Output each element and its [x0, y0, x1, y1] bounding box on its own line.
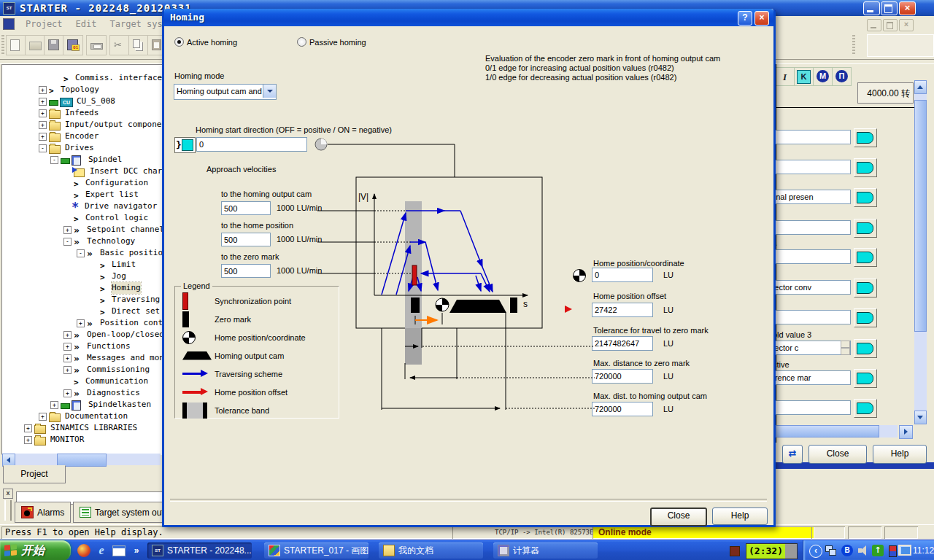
collapse-icon[interactable]: -: [77, 249, 85, 257]
field-input-home-position-coordinate[interactable]: [592, 268, 653, 282]
spin-up-icon[interactable]: [841, 341, 850, 348]
tree-item-traversing[interactable]: Traversing: [2, 294, 163, 306]
dialog-help-button[interactable]: Help: [712, 508, 768, 525]
tray-app-icon[interactable]: [730, 546, 740, 556]
scroll-down-icon[interactable]: [914, 411, 927, 424]
output-close-icon[interactable]: x: [3, 489, 13, 499]
tree-item-setpoint-channel[interactable]: +Setpoint channel: [2, 224, 163, 236]
collapse-icon[interactable]: -: [63, 238, 72, 246]
field-input-max-distance-to-zero-mark[interactable]: [592, 369, 653, 384]
volume-icon[interactable]: [857, 545, 869, 556]
expand-icon[interactable]: +: [39, 86, 47, 94]
toolbar-cut[interactable]: ✂: [109, 35, 130, 55]
tree-horizontal-scrollbar[interactable]: [2, 454, 161, 465]
toolbar-new-document[interactable]: [6, 35, 26, 55]
expand-icon[interactable]: +: [39, 133, 47, 141]
bico-connector-button-1[interactable]: [854, 158, 877, 177]
expand-icon[interactable]: +: [50, 401, 58, 409]
panel-help-button[interactable]: Help: [873, 445, 927, 464]
bico-connector-button-5[interactable]: [854, 279, 877, 298]
menu-project[interactable]: Project: [19, 19, 69, 29]
dialog-close-button[interactable]: Close: [650, 508, 707, 526]
tree-item-technology[interactable]: -Technology: [2, 236, 163, 247]
tree-item-messages-and-mon[interactable]: +Messages and mon: [2, 352, 163, 364]
expand-icon[interactable]: +: [63, 343, 72, 351]
tree-item-homing[interactable]: Homing: [2, 282, 163, 294]
bico-connector-button-7[interactable]: [854, 339, 877, 358]
tree-item-drives[interactable]: -Drives: [2, 142, 163, 154]
expand-icon[interactable]: +: [39, 98, 47, 106]
quick-launch-overflow-icon[interactable]: »: [130, 544, 143, 557]
tree-item-insert-dcc-chart[interactable]: Insert DCC chart: [2, 166, 163, 177]
start-direction-input[interactable]: [196, 137, 307, 152]
tree-item-spindelkasten[interactable]: +Spindelkasten: [2, 399, 163, 411]
restore-button[interactable]: [881, 1, 898, 15]
expand-icon[interactable]: +: [24, 424, 32, 432]
tree-item-jog[interactable]: Jog: [2, 271, 163, 282]
toolbar-save-project[interactable]: [44, 35, 64, 55]
bico-connector-button-4[interactable]: [854, 248, 877, 267]
tree-item-topology[interactable]: +Topology: [2, 84, 163, 96]
dialog-close-icon[interactable]: ×: [754, 11, 769, 26]
spinner-control[interactable]: [841, 341, 850, 355]
expand-icon[interactable]: +: [39, 109, 47, 117]
ie-icon-icon[interactable]: e: [95, 544, 108, 557]
passive-homing-radio[interactable]: [297, 37, 306, 47]
tree-item-communication[interactable]: Communication: [2, 376, 163, 387]
filter-icon[interactable]: K: [794, 67, 814, 86]
field-input-max-dist-to-homing-output-cam[interactable]: [592, 402, 653, 416]
taskbar-button-starter-017[interactable]: STARTER_017 - 画图: [264, 542, 368, 559]
tree-item-control-logic[interactable]: Control logic: [2, 212, 163, 224]
panel-horizontal-scrollbar[interactable]: [776, 425, 898, 438]
bico-connector-button-8[interactable]: [854, 369, 877, 388]
tree-item-commissioning[interactable]: +Commissioning: [2, 364, 163, 376]
desktop-icon-icon[interactable]: [112, 545, 126, 556]
close-button[interactable]: ×: [899, 1, 916, 15]
taskbar-button-starter-202248[interactable]: STSTARTER - 202248...: [147, 542, 252, 559]
field-input-tolerance-for-travel-to-zero-mark[interactable]: [592, 336, 653, 351]
tree-item-basic-positio[interactable]: -Basic positio: [2, 247, 163, 259]
battery-icon[interactable]: [889, 545, 897, 557]
minimize-button[interactable]: [863, 1, 880, 15]
field-input-home-position-offset[interactable]: [592, 303, 653, 317]
tree-item-commiss-interface[interactable]: Commiss. interface: [2, 72, 163, 84]
bico-connector-button-2[interactable]: [854, 188, 877, 207]
expand-icon[interactable]: +: [63, 354, 72, 362]
dialog-titlebar[interactable]: Homing ? ×: [164, 9, 773, 26]
tab-alarms[interactable]: Alarms: [15, 502, 71, 523]
panel-hscroll-thumb[interactable]: [776, 425, 879, 438]
homing-mode-select[interactable]: Homing output cam and encoder zero ma: [174, 84, 277, 100]
toolbar-copy[interactable]: [128, 35, 149, 55]
tree-item-encoder[interactable]: +Encoder: [2, 131, 163, 142]
tree-item-open-loop-closed[interactable]: +Open-loop/closed: [2, 329, 163, 341]
network-icon[interactable]: [825, 545, 837, 556]
menu-edit[interactable]: Edit: [69, 19, 104, 29]
dialog-help-icon[interactable]: ?: [738, 11, 752, 26]
collapse-icon[interactable]: -: [39, 144, 47, 152]
active-homing-radio[interactable]: [174, 37, 184, 47]
bico-connector-button-3[interactable]: [854, 219, 877, 238]
bico-connector-button-9[interactable]: [854, 399, 877, 418]
display-icon[interactable]: [898, 545, 911, 556]
motor-icon[interactable]: M: [813, 67, 833, 86]
toolbar-print[interactable]: [86, 35, 107, 55]
bico-connector-button-6[interactable]: [854, 308, 877, 327]
collapse-chevron-icon[interactable]: ‹: [809, 545, 822, 558]
tree-item-monitor[interactable]: +MONITOR: [2, 434, 163, 446]
toolbar-save-and-compile[interactable]: [63, 35, 83, 55]
collapse-icon[interactable]: -: [50, 156, 58, 164]
tree-item-spindel[interactable]: -Spindel: [2, 154, 163, 166]
tree-item-infeeds[interactable]: +Infeeds: [2, 107, 163, 119]
limit-icon[interactable]: I: [775, 67, 795, 86]
expand-icon[interactable]: +: [77, 319, 85, 327]
taskbar-button-item[interactable]: 计算器: [493, 542, 598, 559]
toolbar-grip[interactable]: [1, 35, 4, 55]
velocity-input-to-the-homing-output-cam[interactable]: [221, 201, 271, 215]
velocity-input-to-the-home-position[interactable]: [221, 233, 271, 246]
usb-safely-remove-icon[interactable]: ↑: [872, 545, 884, 556]
tree-item-sinamics-libraries[interactable]: +SINAMICS LIBRARIES: [2, 422, 163, 434]
chevron-down-icon[interactable]: [263, 85, 276, 98]
output-grip[interactable]: [4, 500, 12, 521]
expand-icon[interactable]: +: [39, 413, 47, 421]
expand-icon[interactable]: +: [63, 226, 72, 234]
